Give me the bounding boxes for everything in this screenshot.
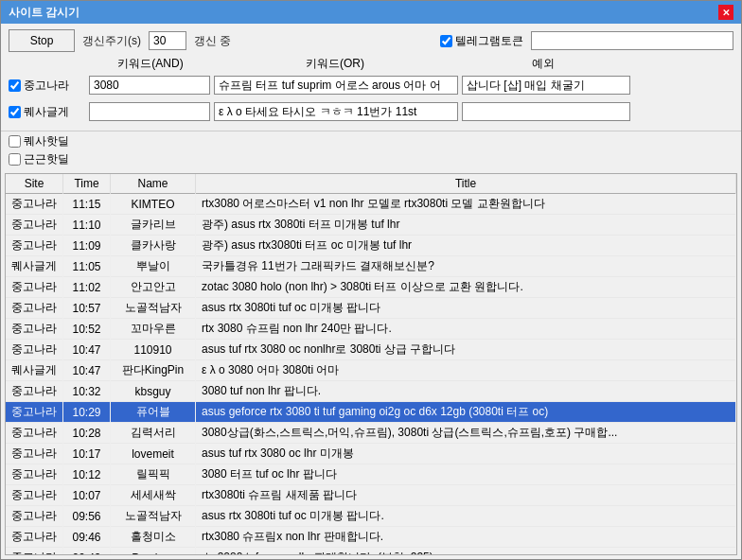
near-deal-label[interactable]: 근근핫딜 (9, 151, 69, 167)
table-row[interactable]: 중고나라10:28김력서리3080상급(화스,스트릭스,머익,슈프림), 308… (6, 423, 736, 444)
cell-site: 중고나라 (6, 527, 63, 548)
table-row[interactable]: 중고나라11:09클카사랑광주) asus rtx3080ti 터프 oc 미개… (6, 236, 736, 256)
junggo-and-input[interactable] (89, 76, 210, 95)
cell-title: asus tuf rtx 3080 oc nonlhr로 3080ti 상급 구… (196, 340, 736, 360)
cell-name: 릴픽픽 (111, 464, 196, 485)
quesa-deal-row: 퀘사핫딜 (9, 133, 733, 149)
cell-site: 중고나라 (6, 464, 63, 485)
cell-name: Pumbaa (111, 548, 196, 556)
filter-col-headers: 키워드(AND) 키워드(OR) 예외 (89, 56, 733, 72)
cell-name: kbsguy (111, 381, 196, 402)
table-row[interactable]: 중고나라10:32kbsguy3080 tuf non lhr 팝니다. (6, 381, 736, 402)
cell-title: asus rtx 3080ti tuf oc 미개봉 팝니다. (196, 506, 736, 527)
quesa-gye-checkbox-label[interactable]: 퀘사글게 (9, 104, 89, 120)
cell-site: 중고나라 (6, 423, 63, 444)
junggo-or-input[interactable] (214, 76, 458, 95)
cell-time: 11:05 (63, 256, 111, 277)
cell-name: 클카사랑 (111, 236, 196, 256)
col-header-site: Site (6, 174, 63, 194)
status-label: 갱신 중 (194, 33, 231, 49)
cell-title: zotac 3080 holo (non lhr) > 3080ti 터프 이상… (196, 277, 736, 298)
junggo-nara-checkbox[interactable] (9, 79, 21, 92)
cell-time: 10:47 (63, 360, 111, 381)
quesa-deal-label[interactable]: 퀘사핫딜 (9, 133, 69, 149)
cell-name: lovemeit (111, 444, 196, 464)
cell-time: 10:12 (63, 464, 111, 485)
data-table-container[interactable]: Site Time Name Title 중고나라11:15KIMTEOrtx3… (5, 173, 737, 555)
cell-site: 중고나라 (6, 236, 63, 256)
table-row[interactable]: 중고나라10:17lovemeitasus tuf rtx 3080 oc lh… (6, 444, 736, 464)
telegram-checkbox[interactable] (440, 35, 452, 47)
cell-time: 10:29 (63, 402, 111, 423)
cell-time: 09:56 (63, 506, 111, 527)
close-button[interactable]: ✕ (718, 5, 733, 20)
cell-title: 국카틀경유 11번가 그래픽카드 결재해보신분? (196, 256, 736, 277)
quesa-gye-label: 퀘사글게 (24, 104, 69, 120)
junggo-nara-checkbox-label[interactable]: 중고나라 (9, 78, 89, 94)
near-deal-checkbox[interactable] (9, 153, 21, 166)
table-row[interactable]: 중고나라10:52꼬마우른rtx 3080 슈프림 non lhr 240만 팝… (6, 319, 736, 340)
table-row[interactable]: 중고나라10:12릴픽픽3080 터프 tuf oc lhr 팝니다 (6, 464, 736, 485)
cell-time: 10:17 (63, 444, 111, 464)
cell-title: 광주) asus rtx3080ti 터프 oc 미개봉 tuf lhr (196, 236, 736, 256)
table-row[interactable]: 중고나라11:10글카리브광주) asus rtx 3080ti 터프 미개봉 … (6, 215, 736, 236)
cell-time: 10:47 (63, 340, 111, 360)
quesa-exclude-input[interactable] (462, 102, 630, 121)
table-row[interactable]: 중고나라10:07세세새싹rtx3080ti 슈프림 새제품 팝니다 (6, 485, 736, 506)
quesa-deal-text: 퀘사핫딜 (24, 133, 69, 149)
cell-title: asus tuf rtx 3080 oc lhr 미개봉 (196, 444, 736, 464)
cell-name: 글카리브 (111, 215, 196, 236)
table-row[interactable]: 퀘사글게11:05뿌날이국카틀경유 11번가 그래픽카드 결재해보신분? (6, 256, 736, 277)
cell-time: 10:32 (63, 381, 111, 402)
toolbar-row1: Stop 갱신주기(s) 갱신 중 텔레그램토큰 (9, 29, 733, 52)
table-row[interactable]: 중고나라11:02안고안고zotac 3080 holo (non lhr) >… (6, 277, 736, 298)
data-table: Site Time Name Title 중고나라11:15KIMTEOrtx3… (6, 174, 736, 555)
cell-time: 09:46 (63, 527, 111, 548)
cell-site: 중고나라 (6, 506, 63, 527)
cell-title: rtx3080 슈프림x non lhr 판매합니다. (196, 527, 736, 548)
col-header-time: Time (63, 174, 111, 194)
cell-site: 중고나라 (6, 319, 63, 340)
cell-title: 3080 터프 tuf oc lhr 팝니다 (196, 464, 736, 485)
cell-title: rtx 3080 슈프림 non lhr 240만 팝니다. (196, 319, 736, 340)
or-header: 키워드(OR) (212, 56, 458, 72)
filter-row-junggo: 중고나라 (9, 76, 733, 95)
cell-site: 중고나라 (6, 381, 63, 402)
table-row[interactable]: 중고나라10:57노골적남자asus rtx 3080ti tuf oc 미개봉… (6, 298, 736, 319)
cell-time: 11:15 (63, 194, 111, 215)
quesa-and-input[interactable] (89, 102, 210, 121)
quesa-deal-checkbox[interactable] (9, 135, 21, 148)
cell-time: 09:40 (63, 548, 111, 556)
cell-title: rtx 3080 tuf oc non lhr 판매합니다. (부천, 235) (196, 548, 736, 556)
quesa-gye-checkbox[interactable] (9, 106, 21, 118)
cell-name: 노골적남자 (111, 506, 196, 527)
cell-site: 중고나라 (6, 340, 63, 360)
stop-button[interactable]: Stop (9, 29, 75, 52)
cell-name: 노골적남자 (111, 298, 196, 319)
cell-name: 세세새싹 (111, 485, 196, 506)
cell-site: 퀘사글게 (6, 256, 63, 277)
title-bar: 사이트 감시기 ✕ (1, 1, 741, 24)
junggo-nara-label: 중고나라 (24, 78, 69, 94)
telegram-checkbox-label[interactable]: 텔레그램토큰 (440, 33, 523, 49)
quesa-or-input[interactable] (214, 102, 458, 121)
interval-input[interactable] (149, 31, 186, 50)
table-row[interactable]: 중고나라11:15KIMTEOrtx3080 어로스마스터 v1 non lhr… (6, 194, 736, 215)
table-row[interactable]: 중고나라10:29퓨어블asus geforce rtx 3080 ti tuf… (6, 402, 736, 423)
cell-name: 110910 (111, 340, 196, 360)
interval-label: 갱신주기(s) (82, 33, 141, 49)
table-body: 중고나라11:15KIMTEOrtx3080 어로스마스터 v1 non lhr… (6, 194, 736, 556)
table-row[interactable]: 중고나라09:46홀청미소rtx3080 슈프림x non lhr 판매합니다. (6, 527, 736, 548)
table-row[interactable]: 중고나라09:56노골적남자asus rtx 3080ti tuf oc 미개봉… (6, 506, 736, 527)
table-row[interactable]: 중고나라09:40Pumbaartx 3080 tuf oc non lhr 판… (6, 548, 736, 556)
telegram-input[interactable] (531, 31, 733, 50)
table-row[interactable]: 퀘사글게10:47판다KingPinε λ о 3080 어마 3080ti 어… (6, 360, 736, 381)
window-title: 사이트 감시기 (9, 5, 80, 21)
near-deal-text: 근근핫딜 (24, 151, 69, 167)
table-row[interactable]: 중고나라10:47110910asus tuf rtx 3080 oc nonl… (6, 340, 736, 360)
filter-row-quesa: 퀘사글게 (9, 102, 733, 121)
junggo-exclude-input[interactable] (462, 76, 630, 95)
cell-time: 10:28 (63, 423, 111, 444)
and-header: 키워드(AND) (89, 56, 212, 72)
cell-name: KIMTEO (111, 194, 196, 215)
